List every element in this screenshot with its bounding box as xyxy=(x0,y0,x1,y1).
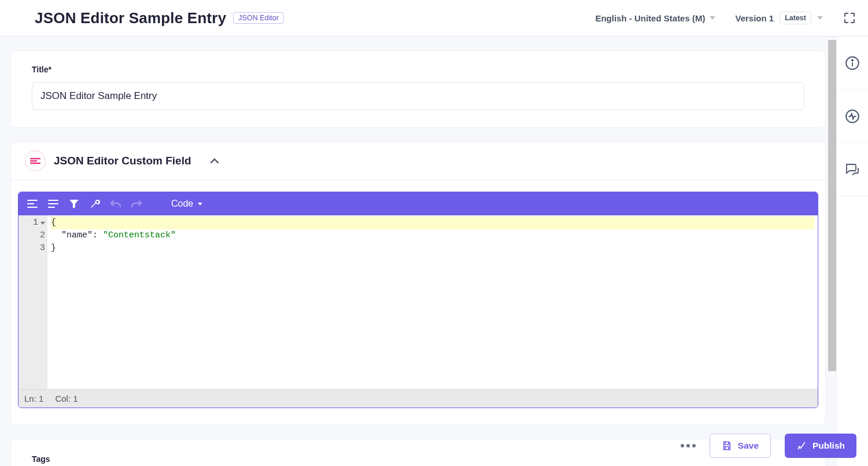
code-lines[interactable]: { "name": "Contentstack" } xyxy=(47,215,818,389)
comments-icon[interactable] xyxy=(837,143,868,196)
title-input[interactable] xyxy=(32,82,804,110)
compact-icon[interactable] xyxy=(44,195,62,213)
chevron-down-icon xyxy=(198,203,202,206)
chevron-down-icon xyxy=(710,16,715,20)
locale-label: English - United States (M) xyxy=(595,13,705,23)
scrollbar[interactable] xyxy=(828,40,836,371)
header-bar: JSON Editor Sample Entry JSON Editor Eng… xyxy=(0,0,868,36)
content-stage: Title* JSON Editor Custom Field xyxy=(0,36,836,466)
save-button[interactable]: Save xyxy=(710,434,771,458)
code-area[interactable]: 1 2 3 { "name": "Contentstack" } xyxy=(19,215,818,389)
activity-icon[interactable] xyxy=(837,90,868,143)
code-line: } xyxy=(51,242,814,255)
mode-label: Code xyxy=(171,199,193,209)
chevron-down-icon xyxy=(817,16,823,20)
undo-icon xyxy=(106,195,125,213)
json-toolbar: Code xyxy=(19,192,818,215)
locale-dropdown[interactable]: English - United States (M) xyxy=(595,13,715,23)
status-bar: Ln: 1 Col: 1 xyxy=(19,389,818,408)
code-line: "name": "Contentstack" xyxy=(51,229,814,242)
info-icon[interactable] xyxy=(837,36,868,90)
status-line: Ln: 1 xyxy=(24,394,43,403)
version-dropdown[interactable]: Version 1 Latest xyxy=(735,12,823,24)
line-number: 3 xyxy=(40,242,45,255)
version-label: Version 1 xyxy=(735,13,774,23)
mode-dropdown[interactable]: Code xyxy=(165,199,208,209)
publish-label: Publish xyxy=(812,441,845,451)
status-col: Col: 1 xyxy=(55,394,77,403)
format-icon[interactable] xyxy=(23,195,42,213)
repair-icon[interactable] xyxy=(86,195,104,213)
json-section-header[interactable]: JSON Editor Custom Field xyxy=(11,142,825,180)
title-card: Title* xyxy=(10,50,826,128)
extension-icon xyxy=(25,151,46,171)
svg-point-2 xyxy=(852,60,853,61)
json-editor: Code 1 2 3 { "name": "Contentstack" } xyxy=(18,192,818,408)
save-label: Save xyxy=(738,441,759,451)
code-line: { xyxy=(51,217,814,229)
publish-button[interactable]: Publish xyxy=(785,434,856,458)
fullscreen-icon[interactable] xyxy=(843,11,856,25)
title-label: Title* xyxy=(32,65,804,74)
version-badge: Latest xyxy=(780,12,811,24)
line-number: 1 xyxy=(33,217,38,229)
page-title: JSON Editor Sample Entry xyxy=(35,9,226,27)
fold-icon[interactable] xyxy=(40,222,45,225)
json-section-title: JSON Editor Custom Field xyxy=(54,155,191,167)
content-type-badge: JSON Editor xyxy=(233,12,283,24)
gutter: 1 2 3 xyxy=(19,215,47,389)
redo-icon xyxy=(127,195,146,213)
json-editor-card: JSON Editor Custom Field xyxy=(10,142,826,425)
line-number: 2 xyxy=(40,229,45,242)
chevron-up-icon xyxy=(210,156,219,166)
filter-icon[interactable] xyxy=(65,195,83,213)
more-actions-icon[interactable] xyxy=(681,444,696,447)
right-rail xyxy=(836,36,868,466)
footer-actions: Save Publish xyxy=(681,434,856,458)
